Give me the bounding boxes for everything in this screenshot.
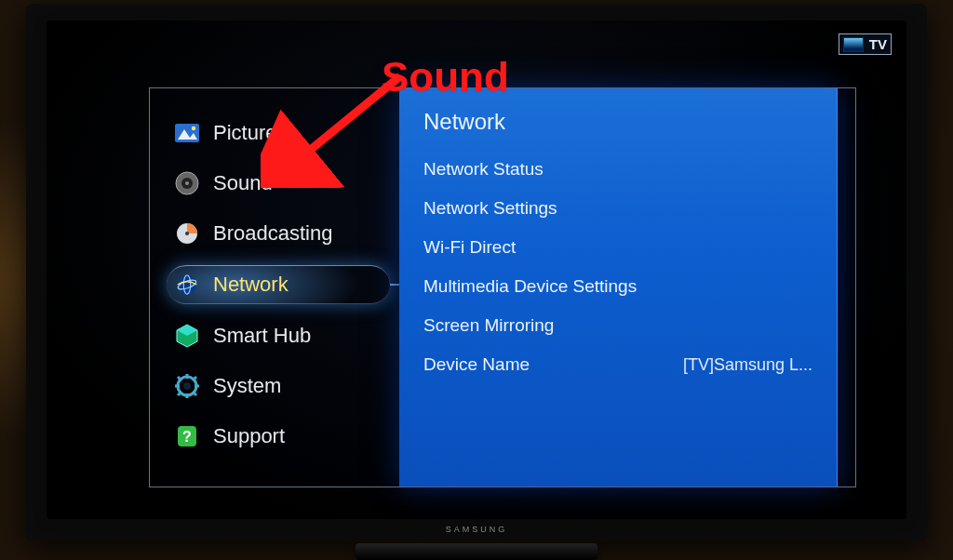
system-icon (174, 373, 200, 399)
smarthub-icon (174, 323, 200, 349)
sub-panel-title: Network (399, 88, 837, 150)
sub-item-network-status[interactable]: Network Status (399, 150, 837, 189)
category-label: Picture (213, 121, 276, 145)
svg-point-5 (185, 181, 189, 185)
category-item-network[interactable]: Network (167, 265, 390, 304)
sub-item-label: Network Status (423, 159, 544, 180)
tv-source-icon (843, 37, 864, 52)
broadcasting-icon (174, 220, 200, 247)
sub-item-label: Screen Mirroring (423, 315, 554, 336)
category-label: Smart Hub (213, 324, 311, 348)
sub-item-wifi-direct[interactable]: Wi-Fi Direct (399, 228, 837, 267)
svg-point-7 (185, 232, 189, 235)
category-item-smart-hub[interactable]: Smart Hub (167, 317, 390, 354)
sub-item-label: Device Name (423, 354, 530, 375)
sub-item-multimedia-device-settings[interactable]: Multimedia Device Settings (399, 267, 837, 306)
sub-panel-network: Network Network Status Network Settings … (399, 88, 838, 487)
sub-item-value: [TV]Samsung L... (683, 355, 812, 375)
tv-body: TV Picture Sound (26, 4, 927, 541)
svg-point-22 (183, 382, 191, 390)
sub-item-label: Multimedia Device Settings (423, 276, 637, 297)
sub-item-device-name[interactable]: Device Name [TV]Samsung L... (399, 345, 837, 384)
picture-icon (174, 120, 200, 146)
source-badge-label: TV (869, 36, 887, 52)
tv-stand (356, 543, 597, 560)
category-item-picture[interactable]: Picture (167, 114, 390, 152)
tv-brand-label: SAMSUNG (446, 525, 508, 534)
category-label: Sound (213, 171, 273, 195)
category-label: Broadcasting (213, 221, 332, 246)
tv-screen: TV Picture Sound (47, 20, 906, 519)
settings-menu-frame: Picture Sound Broadcasting (149, 87, 856, 487)
category-label: System (213, 374, 281, 398)
sub-item-label: Wi-Fi Direct (423, 237, 516, 258)
source-badge: TV (839, 33, 892, 55)
sub-item-screen-mirroring[interactable]: Screen Mirroring (399, 306, 837, 345)
category-item-system[interactable]: System (167, 367, 390, 405)
category-item-broadcasting[interactable]: Broadcasting (167, 215, 390, 252)
category-item-sound[interactable]: Sound (167, 165, 390, 202)
sub-item-label: Network Settings (423, 198, 557, 219)
svg-point-2 (192, 127, 195, 130)
sub-panel-list: Network Status Network Settings Wi-Fi Di… (399, 150, 837, 384)
support-icon: ? (174, 423, 200, 449)
category-list: Picture Sound Broadcasting (167, 109, 390, 466)
category-item-support[interactable]: ? Support (167, 418, 390, 455)
category-label: Support (213, 424, 285, 448)
sound-icon (174, 170, 200, 196)
network-icon (174, 272, 200, 298)
category-label: Network (213, 273, 289, 297)
svg-text:?: ? (182, 429, 192, 445)
sub-item-network-settings[interactable]: Network Settings (399, 189, 837, 228)
